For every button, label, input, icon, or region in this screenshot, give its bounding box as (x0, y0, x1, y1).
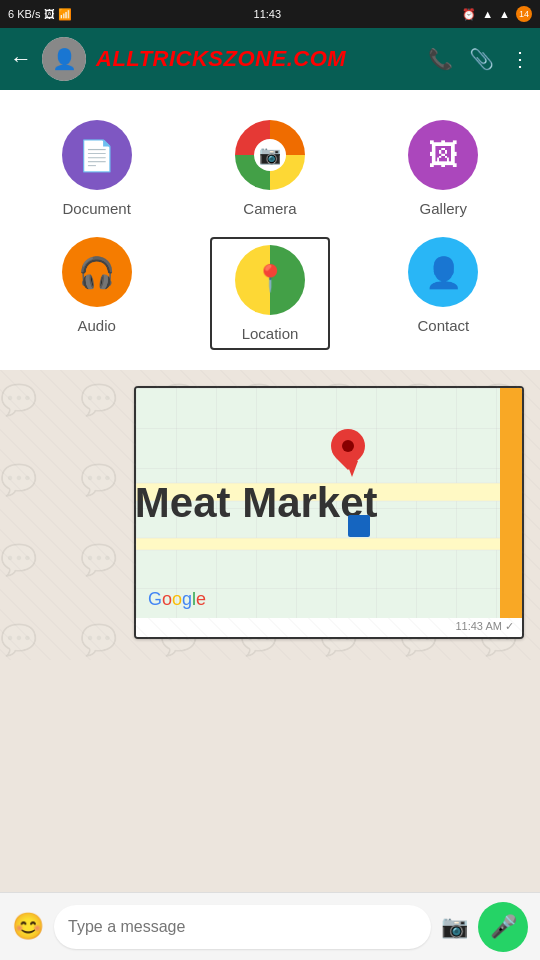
location-message-bubble[interactable]: Meat Market Google 11:43 AM ✓ (134, 386, 524, 639)
map-pin (331, 429, 365, 479)
camera-icon-circle: 📷 (235, 120, 305, 190)
document-icon-circle: 📄 (62, 120, 132, 190)
pin-dot (342, 440, 354, 452)
contact-icon: 👤 (425, 255, 462, 290)
map-place-name: Meat Market (136, 479, 378, 527)
emoji-button[interactable]: 😊 (12, 911, 44, 942)
attach-audio[interactable]: 🎧 Audio (37, 237, 157, 350)
attach-contact[interactable]: 👤 Contact (383, 237, 503, 350)
location-icon-circle: 📍 (235, 245, 305, 315)
voice-record-button[interactable]: 🎤 (478, 902, 528, 952)
g-letter-4: g (182, 589, 192, 609)
paperclip-icon[interactable]: 📎 (469, 47, 494, 71)
pin-tail (346, 461, 358, 477)
gallery-icon: 🖼 (428, 138, 458, 172)
attach-menu: 📄 Document 📷 Camera 🖼 Gallery 🎧 Audio 📍 … (0, 90, 540, 370)
header-actions: 📞 📎 ⋮ (428, 47, 530, 71)
document-label: Document (62, 200, 130, 217)
g-letter-3: o (172, 589, 182, 609)
phone-icon[interactable]: 📞 (428, 47, 453, 71)
status-right: ⏰ ▲ ▲ 14 (462, 6, 532, 22)
bottom-bar: 😊 📷 🎤 (0, 892, 540, 960)
g-letter-1: G (148, 589, 162, 609)
google-logo: Google (148, 589, 206, 610)
status-bar: 6 KB/s 🖼 📶 11:43 ⏰ ▲ ▲ 14 (0, 0, 540, 28)
microphone-icon: 🎤 (490, 914, 517, 940)
g-letter-2: o (162, 589, 172, 609)
gallery-icon-circle: 🖼 (408, 120, 478, 190)
contact-icon-circle: 👤 (408, 237, 478, 307)
message-input[interactable] (54, 905, 431, 949)
back-button[interactable]: ← (10, 46, 32, 72)
avatar-image: 👤 (42, 37, 86, 81)
attach-location[interactable]: 📍 Location (210, 237, 330, 350)
attach-camera[interactable]: 📷 Camera (210, 120, 330, 217)
status-time: 11:43 (254, 8, 282, 20)
g-letter-6: e (196, 589, 206, 609)
map-preview: Meat Market Google (136, 388, 522, 618)
audio-icon-circle: 🎧 (62, 237, 132, 307)
network-speed: 6 KB/s (8, 8, 40, 20)
attach-document[interactable]: 📄 Document (37, 120, 157, 217)
contact-label: Contact (417, 317, 469, 334)
alarm-icon: ⏰ (462, 8, 476, 21)
status-icons: 🖼 📶 (44, 8, 72, 21)
document-icon: 📄 (78, 138, 115, 173)
location-icon: 📍 (254, 263, 286, 294)
avatar[interactable]: 👤 (42, 37, 86, 81)
map-building-marker (348, 515, 370, 537)
audio-icon: 🎧 (78, 255, 115, 290)
camera-label: Camera (243, 200, 296, 217)
battery-badge: 14 (516, 6, 532, 22)
camera-icon: 📷 (254, 139, 286, 171)
svg-rect-2 (136, 538, 522, 550)
chat-area: Meat Market Google 11:43 AM ✓ (0, 370, 540, 660)
gallery-label: Gallery (420, 200, 468, 217)
header: ← 👤 ALLTRICKSZONE.COM 📞 📎 ⋮ (0, 28, 540, 90)
audio-label: Audio (77, 317, 115, 334)
location-label: Location (242, 325, 299, 342)
chat-title[interactable]: ALLTRICKSZONE.COM (96, 46, 418, 72)
attach-gallery[interactable]: 🖼 Gallery (383, 120, 503, 217)
wifi-icon: ▲ (482, 8, 493, 20)
map-vertical-road (500, 388, 522, 618)
status-left: 6 KB/s 🖼 📶 (8, 8, 72, 21)
signal-icon: ▲ (499, 8, 510, 20)
camera-attach-button[interactable]: 📷 (441, 914, 468, 940)
more-options-icon[interactable]: ⋮ (510, 47, 530, 71)
